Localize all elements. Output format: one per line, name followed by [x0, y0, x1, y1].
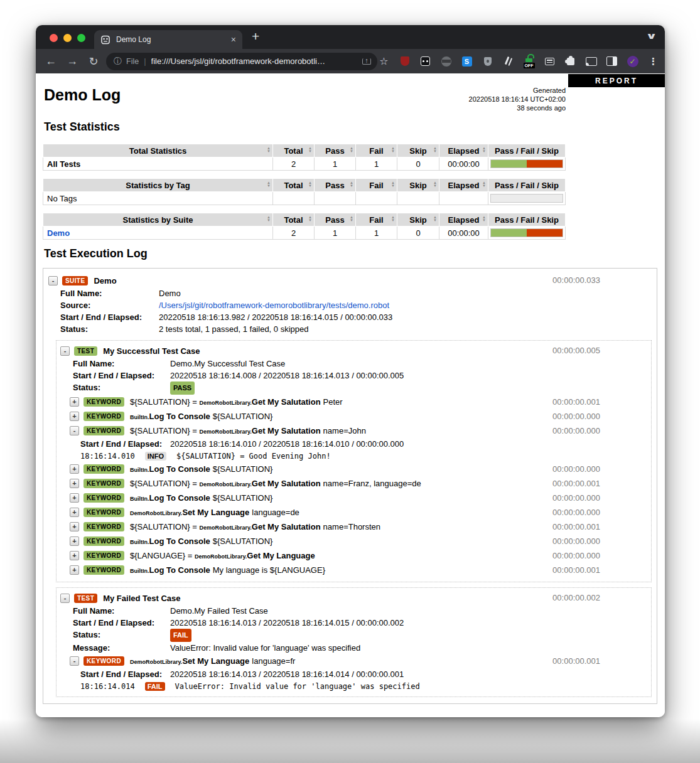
collapse-toggle[interactable]: -	[60, 594, 70, 603]
elapsed-time: 00:00:00.000	[552, 549, 600, 563]
sort-icon[interactable]: ▲▼	[482, 181, 486, 188]
share-icon[interactable]: ↑	[362, 58, 371, 65]
keyword-args: ${SALUTATION}	[213, 464, 273, 474]
sort-icon[interactable]: ▲▼	[391, 181, 395, 188]
column-header[interactable]: Total▲▼	[273, 213, 315, 227]
expand-toggle[interactable]: +	[70, 565, 79, 575]
column-header[interactable]: Total▲▼	[273, 144, 315, 157]
column-header[interactable]: Pass▲▼	[315, 144, 356, 157]
test-name[interactable]: My Failed Test Case	[103, 594, 180, 603]
browser-menu-icon[interactable]: ⋮	[647, 55, 660, 68]
report-button[interactable]: REPORT	[568, 74, 665, 87]
expand-toggle[interactable]: -	[70, 426, 79, 435]
ublock-shield-icon[interactable]	[398, 55, 411, 68]
table-row: Demo 2 1 1 0 00:00:00	[43, 227, 566, 240]
sort-icon[interactable]: ▲▼	[482, 147, 486, 153]
sort-icon[interactable]: ▲▼	[482, 216, 486, 222]
expand-toggle[interactable]: +	[70, 508, 79, 517]
column-header[interactable]: Total▲▼	[273, 179, 315, 192]
test-name[interactable]: My Successful Test Case	[103, 346, 200, 356]
test-row: - TEST My Failed Test Case 00:00:00.002	[60, 591, 647, 605]
stat-name[interactable]: All Tests	[43, 157, 273, 171]
collapse-toggle[interactable]: -	[48, 276, 58, 285]
source-link[interactable]: /Users/jsl/git/robotframework-demorobotl…	[159, 299, 389, 311]
stat-fail: 1	[356, 227, 397, 240]
expand-toggle[interactable]: +	[70, 551, 79, 560]
close-window-button[interactable]	[50, 34, 58, 42]
column-header[interactable]: Fail▲▼	[356, 213, 397, 227]
sort-icon[interactable]: ▲▼	[350, 181, 353, 188]
bookmark-star-icon[interactable]: ☆	[377, 55, 390, 68]
column-header[interactable]: Pass▲▼	[315, 213, 356, 227]
column-header[interactable]: Skip▲▼	[397, 213, 439, 227]
extensions-puzzle-icon[interactable]	[564, 55, 577, 68]
column-header[interactable]: Fail▲▼	[356, 144, 397, 157]
message-text: ValueError: Invalid value for 'language'…	[175, 682, 420, 691]
sort-icon[interactable]: ▲▼	[308, 216, 312, 222]
table-row: No Tags	[43, 192, 566, 205]
expand-toggle[interactable]: +	[70, 493, 79, 503]
sort-icon[interactable]: ▲▼	[267, 147, 271, 153]
privacy-badger-icon[interactable]	[419, 55, 432, 68]
cast-icon[interactable]	[584, 55, 598, 68]
expand-toggle[interactable]: +	[70, 536, 79, 546]
column-header[interactable]: Elapsed▲▼	[439, 179, 488, 192]
active-tab[interactable]: Demo Log ×	[94, 30, 242, 49]
tab-search-chevron-icon[interactable]: ∨	[645, 31, 657, 41]
collapse-toggle[interactable]: -	[60, 346, 70, 356]
x-slash-icon[interactable]	[502, 55, 515, 68]
sort-icon[interactable]: ▲▼	[433, 181, 437, 188]
forward-button[interactable]: →	[66, 55, 78, 68]
reload-button[interactable]: ↻	[87, 55, 100, 68]
address-bar[interactable]: ⓘ File | file:///Users/jsl/git/robotfram…	[106, 53, 377, 70]
expand-toggle[interactable]: +	[70, 479, 79, 488]
s-extension-icon[interactable]: S	[460, 55, 473, 68]
sort-icon[interactable]: ▲▼	[350, 147, 353, 153]
sort-icon[interactable]: ▲▼	[391, 147, 395, 153]
tab-close-icon[interactable]: ×	[231, 35, 236, 45]
keyword-assign: ${SALUTATION} =	[130, 479, 199, 488]
column-header[interactable]: Elapsed▲▼	[439, 144, 488, 157]
column-header[interactable]: Skip▲▼	[397, 179, 439, 192]
column-header: Pass / Fail / Skip	[488, 144, 566, 157]
sort-icon[interactable]: ▲▼	[267, 181, 271, 188]
zoom-window-button[interactable]	[77, 34, 85, 42]
url-text[interactable]: file:///Users/jsl/git/robotframework-dem…	[151, 56, 357, 66]
new-tab-button[interactable]: +	[252, 29, 259, 44]
keyword-args: ${SALUTATION}	[213, 536, 273, 546]
colorful-check-icon[interactable]: ✓	[626, 55, 639, 68]
sort-icon[interactable]: ▲▼	[391, 216, 395, 222]
column-header[interactable]: Statistics by Tag▲▼	[43, 179, 273, 192]
sort-icon[interactable]: ▲▼	[308, 181, 312, 188]
expand-toggle[interactable]: +	[70, 397, 79, 407]
back-button[interactable]: ←	[45, 55, 57, 68]
expand-toggle[interactable]: +	[70, 464, 79, 474]
column-header[interactable]: Total Statistics▲▼	[43, 144, 273, 157]
newspaper-icon[interactable]	[543, 55, 556, 68]
expand-toggle[interactable]: -	[70, 656, 79, 666]
sort-icon[interactable]: ▲▼	[308, 147, 312, 153]
suite-name[interactable]: Demo	[94, 276, 116, 285]
sort-icon[interactable]: ▲▼	[433, 147, 437, 153]
column-header[interactable]: Statistics by Suite▲▼	[43, 213, 273, 227]
sort-icon[interactable]: ▲▼	[267, 216, 271, 222]
column-header[interactable]: Fail▲▼	[356, 179, 397, 192]
keyword-args: language=fr	[252, 656, 295, 666]
minimize-window-button[interactable]	[63, 34, 72, 42]
page-info-icon[interactable]: ⓘ	[114, 56, 122, 67]
side-panel-icon[interactable]	[605, 55, 618, 68]
sort-icon[interactable]: ▲▼	[350, 216, 353, 222]
sort-icon[interactable]: ▲▼	[433, 216, 437, 222]
https-off-lock-icon[interactable]: OFF	[522, 55, 536, 68]
column-header[interactable]: Skip▲▼	[397, 144, 439, 157]
elapsed-time: 00:00:00.000	[552, 424, 600, 438]
incognito-mask-icon[interactable]	[439, 55, 453, 68]
suite-stat-link[interactable]: Demo	[47, 228, 70, 238]
column-header[interactable]: Elapsed▲▼	[439, 213, 488, 227]
password-shield-icon[interactable]	[481, 55, 494, 68]
column-header[interactable]: Pass▲▼	[315, 179, 356, 192]
expand-toggle[interactable]: +	[70, 412, 79, 421]
generated-ago[interactable]: 38 seconds ago	[469, 104, 566, 112]
expand-toggle[interactable]: +	[70, 522, 79, 531]
keyword-args: language=de	[252, 508, 299, 517]
